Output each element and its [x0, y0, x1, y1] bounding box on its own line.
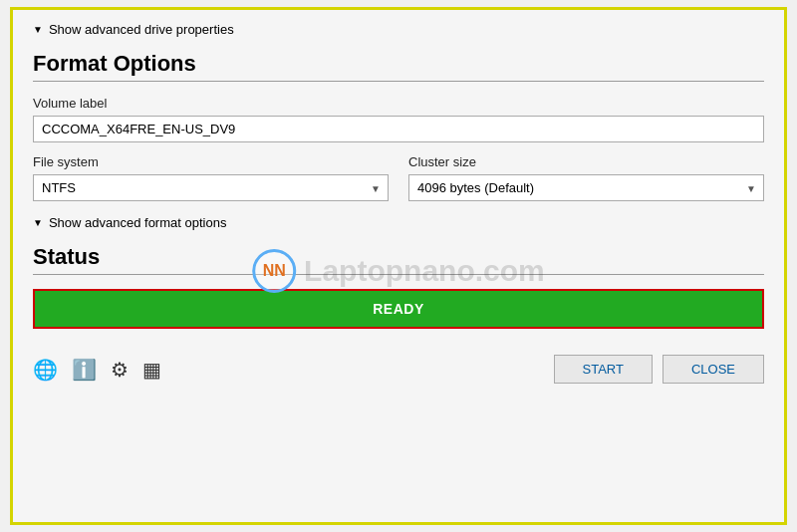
- info-icon[interactable]: ℹ️: [72, 358, 97, 382]
- status-title: Status: [33, 244, 764, 270]
- advanced-format-chevron-icon: ▼: [33, 217, 43, 228]
- footer-buttons: START CLOSE: [554, 355, 765, 384]
- ready-button[interactable]: READY: [33, 289, 764, 329]
- fs-cluster-row: File system NTFS FAT32 exFAT ▼ Cluster s…: [33, 154, 764, 201]
- footer-icons: 🌐 ℹ️ ⚙ ▦: [33, 358, 161, 382]
- file-system-col: File system NTFS FAT32 exFAT ▼: [33, 154, 389, 201]
- advanced-drive-label: Show advanced drive properties: [49, 22, 234, 37]
- grid-icon[interactable]: ▦: [142, 358, 161, 382]
- volume-label-input[interactable]: [33, 116, 764, 142]
- volume-label-label: Volume label: [33, 96, 764, 111]
- start-button[interactable]: START: [554, 355, 653, 384]
- cluster-size-select[interactable]: 512 bytes 1024 bytes 2048 bytes 4096 byt…: [408, 174, 764, 201]
- cluster-size-label: Cluster size: [408, 154, 764, 169]
- cluster-size-select-wrapper: 512 bytes 1024 bytes 2048 bytes 4096 byt…: [408, 174, 764, 201]
- cluster-size-col: Cluster size 512 bytes 1024 bytes 2048 b…: [408, 154, 764, 201]
- chevron-down-icon: ▼: [33, 24, 43, 35]
- dialog-footer: 🌐 ℹ️ ⚙ ▦ START CLOSE: [13, 345, 784, 398]
- settings-icon[interactable]: ⚙: [111, 358, 129, 382]
- format-options-title: Format Options: [33, 51, 764, 77]
- format-options-divider: [33, 81, 764, 82]
- close-button[interactable]: CLOSE: [663, 355, 764, 384]
- file-system-select[interactable]: NTFS FAT32 exFAT: [33, 174, 389, 201]
- advanced-drive-section[interactable]: ▼ Show advanced drive properties: [33, 22, 764, 37]
- advanced-format-label: Show advanced format options: [49, 215, 227, 230]
- globe-icon[interactable]: 🌐: [33, 358, 58, 382]
- advanced-format-section[interactable]: ▼ Show advanced format options: [33, 215, 764, 230]
- file-system-select-wrapper: NTFS FAT32 exFAT ▼: [33, 174, 389, 201]
- status-divider: [33, 274, 764, 275]
- format-dialog: ▼ Show advanced drive properties Format …: [10, 7, 787, 525]
- file-system-label: File system: [33, 154, 389, 169]
